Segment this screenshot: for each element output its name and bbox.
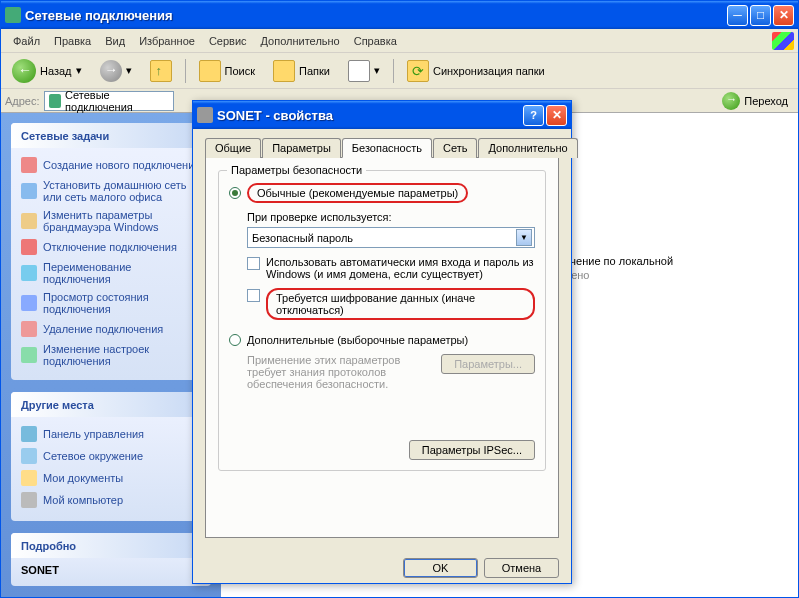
checkbox-encrypt-row[interactable]: Требуется шифрование данных (иначе отклю… xyxy=(247,288,535,320)
security-groupbox: Параметры безопасности Обычные (рекоменд… xyxy=(218,170,546,471)
viewmode-icon xyxy=(348,60,370,82)
forward-button[interactable]: ▾ xyxy=(93,56,139,86)
menu-edit[interactable]: Правка xyxy=(48,32,97,50)
up-icon xyxy=(150,60,172,82)
menubar: Файл Правка Вид Избранное Сервис Дополни… xyxy=(1,29,798,53)
place-network[interactable]: Сетевое окружение xyxy=(21,445,201,467)
address-input[interactable]: Сетевые подключения xyxy=(44,91,174,111)
place-icon xyxy=(21,426,37,442)
task-settings[interactable]: Изменение настроек подключения xyxy=(21,340,201,370)
task-status[interactable]: Просмотр состояния подключения xyxy=(21,288,201,318)
place-icon xyxy=(21,492,37,508)
place-control-panel[interactable]: Панель управления xyxy=(21,423,201,445)
task-icon xyxy=(21,321,37,337)
properties-dialog: SONET - свойства ? ✕ Общие Параметры Без… xyxy=(192,100,572,584)
place-icon xyxy=(21,470,37,486)
tab-network[interactable]: Сеть xyxy=(433,138,477,158)
radio-typical-row[interactable]: Обычные (рекомендуемые параметры) xyxy=(229,183,535,203)
window-title: Сетевые подключения xyxy=(25,8,727,23)
task-firewall[interactable]: Изменить параметры брандмауэра Windows xyxy=(21,206,201,236)
radio-advanced-row[interactable]: Дополнительные (выборочные параметры) xyxy=(229,334,535,346)
network-tasks-header[interactable]: Сетевые задачи ⊙ xyxy=(11,123,211,148)
checkbox-encrypt-label: Требуется шифрование данных (иначе отклю… xyxy=(266,288,535,320)
panel-title: Подробно xyxy=(21,540,76,552)
menu-help[interactable]: Справка xyxy=(348,32,403,50)
other-places-panel: Другие места ⊙ Панель управления Сетевое… xyxy=(11,392,211,521)
radio-advanced-label: Дополнительные (выборочные параметры) xyxy=(247,334,468,346)
menu-file[interactable]: Файл xyxy=(7,32,46,50)
menu-advanced[interactable]: Дополнительно xyxy=(255,32,346,50)
place-computer[interactable]: Мой компьютер xyxy=(21,489,201,511)
search-icon xyxy=(199,60,221,82)
chevron-down-icon: ▾ xyxy=(126,64,132,77)
go-label: Переход xyxy=(744,95,788,107)
ok-button[interactable]: OK xyxy=(403,558,478,578)
menu-service[interactable]: Сервис xyxy=(203,32,253,50)
checkbox-auto[interactable] xyxy=(247,257,260,270)
ipsec-button[interactable]: Параметры IPSec... xyxy=(409,440,535,460)
task-new-connection[interactable]: Создание нового подключения xyxy=(21,154,201,176)
panel-title: Другие места xyxy=(21,399,94,411)
task-icon xyxy=(21,183,37,199)
toolbar: Назад ▾ ▾ Поиск Папки ▾ Синхронизация па… xyxy=(1,53,798,89)
place-documents[interactable]: Мои документы xyxy=(21,467,201,489)
advanced-note: Применение этих параметров требует знани… xyxy=(247,354,431,390)
minimize-button[interactable]: ─ xyxy=(727,5,748,26)
checkbox-auto-row[interactable]: Использовать автоматически имя входа и п… xyxy=(247,256,535,280)
back-label: Назад xyxy=(40,65,72,77)
panel-title: Сетевые задачи xyxy=(21,130,109,142)
menu-view[interactable]: Вид xyxy=(99,32,131,50)
help-button[interactable]: ? xyxy=(523,105,544,126)
task-delete[interactable]: Удаление подключения xyxy=(21,318,201,340)
folders-button[interactable]: Папки xyxy=(266,56,337,86)
tab-security[interactable]: Безопасность xyxy=(342,138,432,158)
details-header[interactable]: Подробно ⊙ xyxy=(11,533,211,558)
task-home-network[interactable]: Установить домашнюю сеть или сеть малого… xyxy=(21,176,201,206)
radio-typical-label: Обычные (рекомендуемые параметры) xyxy=(247,183,468,203)
radio-typical[interactable] xyxy=(229,187,241,199)
up-button[interactable] xyxy=(143,56,179,86)
go-button[interactable]: Переход xyxy=(716,90,794,112)
back-button[interactable]: Назад ▾ xyxy=(5,55,89,87)
task-disconnect[interactable]: Отключение подключения xyxy=(21,236,201,258)
validate-select[interactable]: Безопасный пароль ▼ xyxy=(247,227,535,248)
checkbox-encrypt[interactable] xyxy=(247,289,260,302)
select-value: Безопасный пароль xyxy=(252,232,353,244)
sync-label: Синхронизация папки xyxy=(433,65,545,77)
menu-favorites[interactable]: Избранное xyxy=(133,32,201,50)
back-icon xyxy=(12,59,36,83)
separator xyxy=(185,59,186,83)
network-tasks-panel: Сетевые задачи ⊙ Создание нового подключ… xyxy=(11,123,211,380)
network-icon xyxy=(49,94,62,108)
sync-button[interactable]: Синхронизация папки xyxy=(400,56,552,86)
dialog-close-button[interactable]: ✕ xyxy=(546,105,567,126)
maximize-button[interactable]: □ xyxy=(750,5,771,26)
task-icon xyxy=(21,213,37,229)
forward-icon xyxy=(100,60,122,82)
main-titlebar: Сетевые подключения ─ □ ✕ xyxy=(1,1,798,29)
chevron-down-icon: ▾ xyxy=(374,64,380,77)
tab-options[interactable]: Параметры xyxy=(262,138,341,158)
place-icon xyxy=(21,448,37,464)
task-icon xyxy=(21,347,37,363)
cancel-button[interactable]: Отмена xyxy=(484,558,559,578)
task-icon xyxy=(21,239,37,255)
validate-label: При проверке используется: xyxy=(247,211,535,223)
folders-label: Папки xyxy=(299,65,330,77)
search-label: Поиск xyxy=(225,65,255,77)
other-places-header[interactable]: Другие места ⊙ xyxy=(11,392,211,417)
dialog-titlebar: SONET - свойства ? ✕ xyxy=(193,101,571,129)
search-button[interactable]: Поиск xyxy=(192,56,262,86)
tab-advanced[interactable]: Дополнительно xyxy=(478,138,577,158)
task-rename[interactable]: Переименование подключения xyxy=(21,258,201,288)
radio-advanced[interactable] xyxy=(229,334,241,346)
address-label: Адрес: xyxy=(5,95,40,107)
viewmode-button[interactable]: ▾ xyxy=(341,56,387,86)
tab-general[interactable]: Общие xyxy=(205,138,261,158)
close-button[interactable]: ✕ xyxy=(773,5,794,26)
folders-icon xyxy=(273,60,295,82)
go-icon xyxy=(722,92,740,110)
details-item: SONET xyxy=(21,564,201,576)
sync-icon xyxy=(407,60,429,82)
groupbox-legend: Параметры безопасности xyxy=(227,164,366,176)
